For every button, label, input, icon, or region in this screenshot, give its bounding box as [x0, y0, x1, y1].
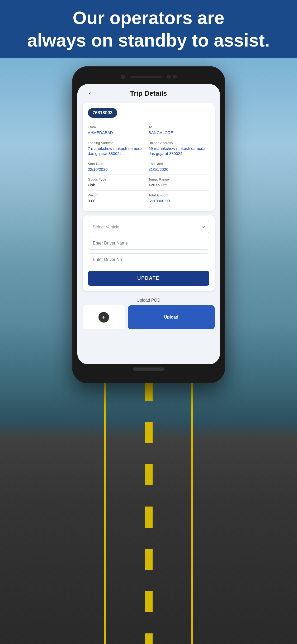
start-date-field: Start Date 22/10/2020 — [88, 159, 149, 175]
start-date-value: 22/10/2020 — [88, 167, 149, 172]
start-date-label: Start Date — [88, 162, 149, 166]
upload-label: Upload POD — [83, 298, 215, 303]
phone-speaker — [130, 76, 162, 78]
unload-label: Unload Address — [149, 141, 209, 145]
end-date-field: End Date 31/10/2020 — [149, 159, 209, 175]
total-label: Total Amount — [149, 193, 209, 197]
trip-fields: From AHMEDABAD To BANGALORE Loading Addr… — [88, 122, 209, 206]
from-field: From AHMEDABAD — [88, 122, 149, 138]
driver-name-input[interactable] — [88, 237, 209, 250]
road-line-left — [104, 380, 106, 644]
end-date-value: 31/10/2020 — [149, 167, 209, 172]
upload-area-row: + Upload — [83, 305, 215, 329]
header-banner: Our operators are always on standby to a… — [0, 0, 297, 58]
phone-dots — [167, 75, 177, 79]
from-label: From — [88, 125, 149, 129]
header-line1: Our operators are — [73, 8, 224, 28]
road-background: ‹ Trip Details 76818003 From AHMEDABAD T… — [0, 58, 297, 644]
unload-value: 69 manekchow mukesh damodar das gujarat … — [149, 146, 209, 156]
update-button[interactable]: UPDATE — [88, 271, 209, 286]
upload-box[interactable]: + — [83, 305, 125, 329]
app-header: ‹ Trip Details — [77, 84, 220, 103]
unload-address-field: Unload Address 69 manekchow mukesh damod… — [149, 138, 209, 159]
loading-address-field: Loading Address 7 manekchow mukesh damod… — [88, 138, 149, 159]
back-icon: ‹ — [89, 90, 91, 97]
from-value: AHMEDABAD — [88, 130, 149, 135]
trip-id-badge: 76818003 — [88, 108, 117, 118]
driver-no-input[interactable] — [88, 253, 209, 266]
weight-value: 3.00 — [88, 198, 149, 204]
goods-value: Fish — [88, 182, 149, 188]
end-date-label: End Date — [149, 162, 209, 166]
loading-value: 7 manekchow mukesh damodar das gujarat 3… — [88, 146, 149, 156]
phone-wrapper: ‹ Trip Details 76818003 From AHMEDABAD T… — [72, 66, 225, 383]
page-title: Trip Details — [130, 89, 167, 98]
phone-outer: ‹ Trip Details 76818003 From AHMEDABAD T… — [72, 66, 225, 383]
phone-screen: ‹ Trip Details 76818003 From AHMEDABAD T… — [77, 84, 220, 364]
temp-range-field: Temp. Range +20 to +25 — [149, 175, 209, 191]
phone-top-bar — [77, 71, 220, 82]
road-center-line — [145, 380, 153, 644]
trip-card: 76818003 From AHMEDABAD To BANGALORE Loa… — [83, 103, 215, 211]
goods-label: Goods Type — [88, 177, 149, 181]
upload-icon: + — [98, 312, 109, 323]
to-label: To — [149, 125, 209, 129]
to-field: To BANGALORE — [149, 122, 209, 138]
weight-field: Weight 3.00 — [88, 191, 149, 206]
form-section: Select Vehicle UPDATE — [83, 215, 215, 291]
phone-dot-1 — [167, 75, 171, 79]
phone-camera — [121, 75, 125, 79]
header-text: Our operators are always on standby to a… — [27, 7, 270, 52]
total-value: Rs10000.00 — [149, 198, 209, 204]
temp-label: Temp. Range — [149, 177, 209, 181]
total-amount-field: Total Amount Rs10000.00 — [149, 191, 209, 206]
road-line-right — [191, 380, 193, 644]
select-vehicle-dropdown[interactable]: Select Vehicle — [88, 221, 209, 233]
weight-label: Weight — [88, 193, 149, 197]
upload-action-label: Upload — [164, 315, 178, 320]
goods-type-field: Goods Type Fish — [88, 175, 149, 191]
phone-home-button[interactable] — [133, 367, 164, 371]
back-button[interactable]: ‹ — [85, 89, 95, 98]
temp-value: +20 to +25 — [149, 182, 209, 188]
upload-section: Upload POD + Upload — [77, 295, 220, 332]
upload-action-button[interactable]: Upload — [128, 305, 215, 329]
phone-dot-2 — [173, 75, 177, 79]
loading-label: Loading Address — [88, 141, 149, 145]
to-value: BANGALORE — [149, 130, 209, 135]
header-line2: always on standby to assist. — [27, 30, 270, 50]
